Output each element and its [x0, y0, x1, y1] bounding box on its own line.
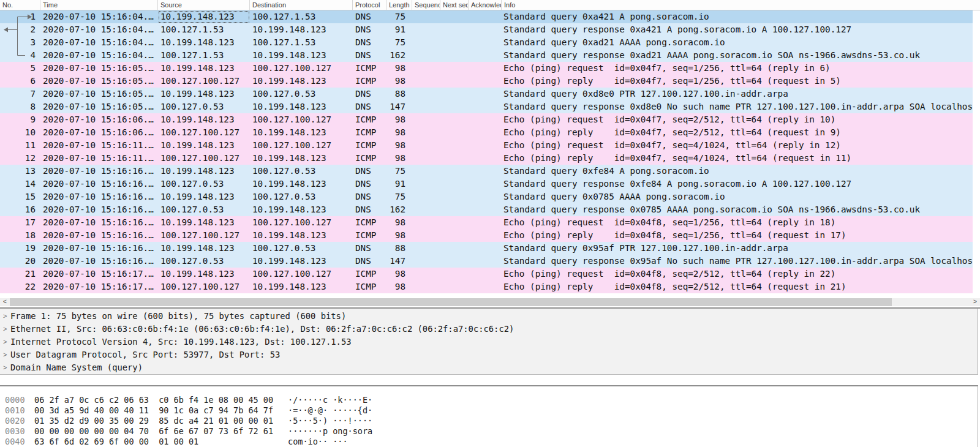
horizontal-scrollbar[interactable]: < >	[0, 298, 980, 306]
column-header-info[interactable]: Info	[502, 0, 980, 10]
packet-row[interactable]: 132020-07-10 15:16:16.…10.199.148.123100…	[0, 165, 973, 178]
hex-bytes: 00 00 00 00 00 00 04 70 6f 6e 67 07 73 6…	[34, 426, 273, 437]
cell-destination: 100.127.0.53	[250, 165, 353, 178]
cell-info: Standard query response 0xad21 AAAA pong…	[502, 49, 973, 62]
cell-source: 100.127.100.127	[158, 280, 250, 293]
packet-row[interactable]: 12020-07-10 15:16:04.…10.199.148.123100.…	[0, 10, 973, 23]
packet-row[interactable]: 182020-07-10 15:16:16.…100.127.100.12710…	[0, 229, 973, 242]
hex-ascii: ·5···5·) ···!····	[288, 416, 372, 426]
cell-protocol: DNS	[353, 100, 386, 113]
column-header-destination[interactable]: Destination	[250, 0, 353, 10]
packet-row[interactable]: 152020-07-10 15:16:16.…10.199.148.123100…	[0, 190, 973, 203]
column-header-source[interactable]: Source	[158, 0, 250, 10]
cell-length: 98	[386, 280, 412, 293]
cell-next-seq	[440, 23, 469, 36]
scrollbar-thumb[interactable]	[10, 298, 892, 306]
packet-row[interactable]: 202020-07-10 15:16:16.…100.127.0.5310.19…	[0, 255, 973, 268]
hex-bytes: 06 2f a7 0c c6 c2 06 63 c0 6b f4 1e 08 0…	[34, 395, 273, 405]
cell-next-seq	[440, 113, 469, 126]
cell-info: Echo (ping) request id=0x04f7, seq=1/256…	[502, 62, 973, 75]
hex-row[interactable]: 002001 35 d2 d9 00 35 00 29 85 dc a4 21 …	[0, 416, 974, 426]
detail-tree-row[interactable]: >Frame 1: 75 bytes on wire (600 bits), 7…	[0, 310, 978, 323]
cell-time: 2020-07-10 15:16:04.…	[40, 49, 158, 62]
hex-row[interactable]: 004063 6f 6d 02 69 6f 00 00 01 00 01com·…	[0, 437, 974, 447]
column-header-acknowledge[interactable]: Acknowledge	[469, 0, 502, 10]
packet-row[interactable]: 172020-07-10 15:16:16.…10.199.148.123100…	[0, 216, 973, 229]
cell-time: 2020-07-10 15:16:05.…	[40, 62, 158, 75]
scroll-right-icon[interactable]: >	[970, 298, 980, 306]
packet-row[interactable]: 42020-07-10 15:16:04.…100.127.1.5310.199…	[0, 49, 973, 62]
cell-destination: 10.199.148.123	[250, 255, 353, 268]
packet-row[interactable]: 222020-07-10 15:16:17.…100.127.100.12710…	[0, 280, 973, 293]
scroll-left-icon[interactable]: <	[0, 298, 10, 306]
detail-tree-row[interactable]: >Internet Protocol Version 4, Src: 10.19…	[0, 336, 978, 348]
hex-ascii: ·······p ong·sora	[288, 426, 372, 437]
hex-offset: 0040	[5, 437, 25, 447]
cell-acknowledge	[469, 165, 502, 178]
cell-destination: 10.199.148.123	[250, 23, 353, 36]
column-header-protocol[interactable]: Protocol	[353, 0, 386, 10]
cell-no: 10	[0, 126, 40, 139]
column-header-sequence[interactable]: Sequence	[412, 0, 440, 10]
cell-next-seq	[440, 280, 469, 293]
cell-info: Echo (ping) reply id=0x04f8, seq=2/512, …	[502, 280, 973, 293]
packet-row[interactable]: 92020-07-10 15:16:06.…10.199.148.123100.…	[0, 113, 973, 126]
expand-chevron-icon[interactable]: >	[3, 361, 7, 374]
expand-chevron-icon[interactable]: >	[3, 323, 7, 336]
detail-tree-row[interactable]: >Ethernet II, Src: 06:63:c0:6b:f4:1e (06…	[0, 323, 978, 336]
cell-next-seq	[440, 242, 469, 255]
expand-chevron-icon[interactable]: >	[3, 336, 7, 348]
cell-destination: 10.199.148.123	[250, 75, 353, 88]
hex-offset: 0020	[5, 416, 25, 426]
cell-source: 10.199.148.123	[158, 216, 250, 229]
packet-row[interactable]: 212020-07-10 15:16:17.…10.199.148.123100…	[0, 268, 973, 280]
cell-time: 2020-07-10 15:16:05.…	[40, 88, 158, 100]
packet-row[interactable]: 72020-07-10 15:16:05.…10.199.148.123100.…	[0, 88, 973, 100]
packet-row[interactable]: 142020-07-10 15:16:16.…100.127.0.5310.19…	[0, 178, 973, 190]
packet-row[interactable]: 52020-07-10 15:16:05.…10.199.148.123100.…	[0, 62, 973, 75]
cell-no: 4	[0, 49, 40, 62]
detail-tree-row[interactable]: >User Datagram Protocol, Src Port: 53977…	[0, 348, 978, 361]
cell-time: 2020-07-10 15:16:16.…	[40, 216, 158, 229]
cell-sequence	[412, 10, 440, 23]
packet-row[interactable]: 22020-07-10 15:16:04.…100.127.1.5310.199…	[0, 23, 973, 36]
packet-row[interactable]: 32020-07-10 15:16:04.…10.199.148.123100.…	[0, 36, 973, 49]
cell-time: 2020-07-10 15:16:16.…	[40, 178, 158, 190]
cell-time: 2020-07-10 15:16:06.…	[40, 113, 158, 126]
cell-time: 2020-07-10 15:16:05.…	[40, 75, 158, 88]
expand-chevron-icon[interactable]: >	[3, 310, 7, 323]
column-header-no[interactable]: No.	[0, 0, 40, 10]
cell-protocol: ICMP	[353, 126, 386, 139]
cell-info: Standard query 0xa421 A pong.soracom.io	[502, 10, 973, 23]
column-header-next-seq[interactable]: Next seq	[440, 0, 469, 10]
cell-protocol: ICMP	[353, 280, 386, 293]
cell-no: 16	[0, 203, 40, 216]
hex-row[interactable]: 000006 2f a7 0c c6 c2 06 63 c0 6b f4 1e …	[0, 395, 974, 405]
cell-no: 21	[0, 268, 40, 280]
column-header-length[interactable]: Length	[386, 0, 412, 10]
cell-protocol: DNS	[353, 165, 386, 178]
cell-protocol: DNS	[353, 255, 386, 268]
packet-row[interactable]: 82020-07-10 15:16:05.…100.127.0.5310.199…	[0, 100, 973, 113]
column-header-time[interactable]: Time	[40, 0, 158, 10]
expand-chevron-icon[interactable]: >	[3, 348, 7, 361]
packet-row[interactable]: 102020-07-10 15:16:06.…100.127.100.12710…	[0, 126, 973, 139]
cell-next-seq	[440, 75, 469, 88]
hex-row[interactable]: 003000 00 00 00 00 00 04 70 6f 6e 67 07 …	[0, 426, 974, 437]
cell-destination: 10.199.148.123	[250, 178, 353, 190]
cell-length: 147	[386, 255, 412, 268]
packet-row[interactable]: 62020-07-10 15:16:05.…100.127.100.12710.…	[0, 75, 973, 88]
cell-source: 10.199.148.123	[158, 62, 250, 75]
cell-protocol: DNS	[353, 10, 386, 23]
detail-tree-row[interactable]: >Domain Name System (query)	[0, 361, 978, 374]
cell-acknowledge	[469, 152, 502, 165]
packet-row[interactable]: 162020-07-10 15:16:16.…100.127.0.5310.19…	[0, 203, 973, 216]
packet-row[interactable]: 112020-07-10 15:16:11.…10.199.148.123100…	[0, 139, 973, 152]
cell-sequence	[412, 75, 440, 88]
cell-protocol: ICMP	[353, 139, 386, 152]
packet-row[interactable]: 192020-07-10 15:16:16.…10.199.148.123100…	[0, 242, 973, 255]
cell-time: 2020-07-10 15:16:04.…	[40, 23, 158, 36]
packet-row[interactable]: 122020-07-10 15:16:11.…100.127.100.12710…	[0, 152, 973, 165]
hex-row[interactable]: 001000 3d a5 9d 40 00 40 11 90 1c 0a c7 …	[0, 405, 974, 416]
cell-next-seq	[440, 268, 469, 280]
